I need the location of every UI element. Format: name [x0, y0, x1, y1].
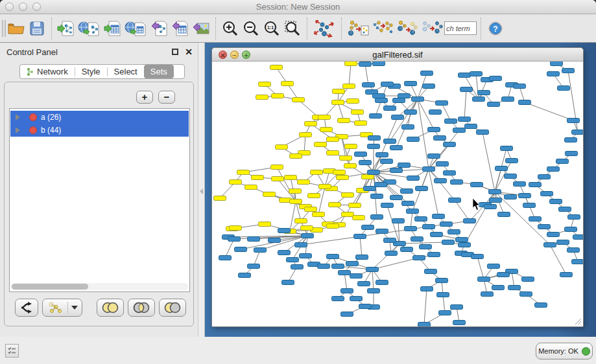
zoom-selected-region-button[interactable]: [282, 17, 303, 40]
open-session-button[interactable]: [6, 17, 27, 40]
graph-node[interactable]: [448, 230, 460, 234]
panel-splitter[interactable]: [198, 43, 205, 337]
graph-node[interactable]: [305, 207, 317, 212]
graph-node[interactable]: [401, 247, 413, 252]
graph-node[interactable]: [270, 65, 283, 70]
graph-node[interactable]: [560, 273, 573, 277]
graph-node[interactable]: [423, 84, 435, 89]
graph-node[interactable]: [272, 94, 284, 98]
float-panel-icon[interactable]: [172, 49, 178, 55]
graph-node[interactable]: [477, 130, 489, 135]
graph-node[interactable]: [460, 87, 473, 92]
graph-node[interactable]: [514, 182, 526, 187]
graph-node[interactable]: [478, 91, 490, 95]
graph-node[interactable]: [350, 274, 363, 279]
graph-node[interactable]: [392, 115, 404, 120]
graph-node[interactable]: [547, 233, 560, 237]
graph-node[interactable]: [359, 161, 372, 165]
graph-node[interactable]: [471, 183, 483, 187]
graph-node[interactable]: [308, 194, 320, 198]
graph-node[interactable]: [298, 180, 310, 185]
graph-node[interactable]: [259, 82, 271, 87]
memory-status-button[interactable]: Memory: OK: [536, 343, 593, 359]
graph-node[interactable]: [398, 163, 411, 168]
graph-node[interactable]: [376, 280, 388, 285]
graph-node[interactable]: [547, 167, 560, 172]
graph-node[interactable]: [214, 196, 226, 201]
graph-node[interactable]: [405, 227, 417, 231]
graph-node[interactable]: [345, 144, 357, 149]
network-window[interactable]: ✕ − + galFiltered.sif: [211, 47, 584, 327]
zoom-actual-size-button[interactable]: 1:1: [261, 17, 282, 40]
graph-node[interactable]: [381, 82, 394, 87]
graph-node[interactable]: [355, 121, 367, 126]
graph-node[interactable]: [263, 192, 276, 197]
graph-node[interactable]: [359, 304, 372, 309]
network-window-titlebar[interactable]: ✕ − + galFiltered.sif: [212, 48, 583, 62]
graph-node[interactable]: [245, 185, 257, 190]
graph-node[interactable]: [519, 100, 531, 105]
graph-node[interactable]: [519, 194, 531, 198]
graph-node[interactable]: [453, 128, 466, 133]
graph-node[interactable]: [471, 255, 484, 259]
graph-node[interactable]: [376, 153, 388, 157]
tab-select[interactable]: Select: [108, 65, 144, 78]
graph-node[interactable]: [421, 71, 433, 76]
graph-node[interactable]: [573, 235, 584, 240]
graph-node[interactable]: [300, 133, 312, 137]
list-item[interactable]: a (26): [10, 111, 189, 124]
graph-node[interactable]: [551, 62, 563, 66]
graph-node[interactable]: [402, 125, 414, 130]
graph-node[interactable]: [436, 162, 449, 166]
graph-node[interactable]: [428, 128, 440, 132]
graph-node[interactable]: [407, 176, 420, 181]
graph-node[interactable]: [315, 142, 327, 147]
graph-node[interactable]: [313, 212, 325, 217]
graph-node[interactable]: [420, 245, 432, 249]
graph-node[interactable]: [405, 82, 417, 86]
graph-node[interactable]: [434, 136, 446, 141]
graph-node[interactable]: [481, 292, 494, 297]
graph-node[interactable]: [276, 145, 288, 150]
graph-node[interactable]: [498, 212, 510, 217]
graph-node[interactable]: [416, 187, 428, 191]
graph-node[interactable]: [359, 62, 372, 67]
graph-node[interactable]: [423, 167, 435, 172]
graph-node[interactable]: [344, 164, 357, 168]
graph-node[interactable]: [565, 138, 577, 142]
graph-node[interactable]: [373, 94, 385, 98]
graph-node[interactable]: [343, 84, 355, 89]
graph-node[interactable]: [418, 323, 431, 327]
graph-node[interactable]: [390, 168, 403, 173]
graph-node[interactable]: [281, 82, 294, 86]
search-input[interactable]: [444, 21, 477, 35]
graph-node[interactable]: [350, 297, 363, 301]
graph-node[interactable]: [228, 237, 241, 242]
graph-node[interactable]: [256, 95, 268, 100]
graph-node[interactable]: [302, 234, 314, 238]
graph-node[interactable]: [559, 207, 571, 212]
graph-node[interactable]: [428, 253, 440, 257]
graph-node[interactable]: [392, 219, 405, 223]
graph-node[interactable]: [568, 215, 580, 220]
graph-node[interactable]: [428, 154, 440, 159]
graph-node[interactable]: [435, 179, 447, 183]
graph-node[interactable]: [425, 269, 437, 274]
graph-node[interactable]: [529, 217, 542, 222]
graph-node[interactable]: [355, 152, 367, 157]
graph-node[interactable]: [562, 69, 575, 73]
graph-node[interactable]: [235, 247, 247, 252]
graph-node[interactable]: [550, 199, 562, 204]
graph-node[interactable]: [523, 203, 536, 208]
graph-node[interactable]: [341, 312, 353, 317]
graph-node[interactable]: [501, 146, 513, 151]
graph-node[interactable]: [252, 176, 264, 180]
graph-node[interactable]: [305, 122, 317, 126]
graph-node[interactable]: [497, 273, 510, 277]
resize-grip-icon[interactable]: [574, 317, 582, 325]
graph-node[interactable]: [488, 102, 500, 107]
graph-node[interactable]: [456, 238, 468, 242]
graph-node[interactable]: [254, 248, 267, 253]
graph-node[interactable]: [364, 187, 376, 191]
graph-node[interactable]: [271, 165, 283, 170]
